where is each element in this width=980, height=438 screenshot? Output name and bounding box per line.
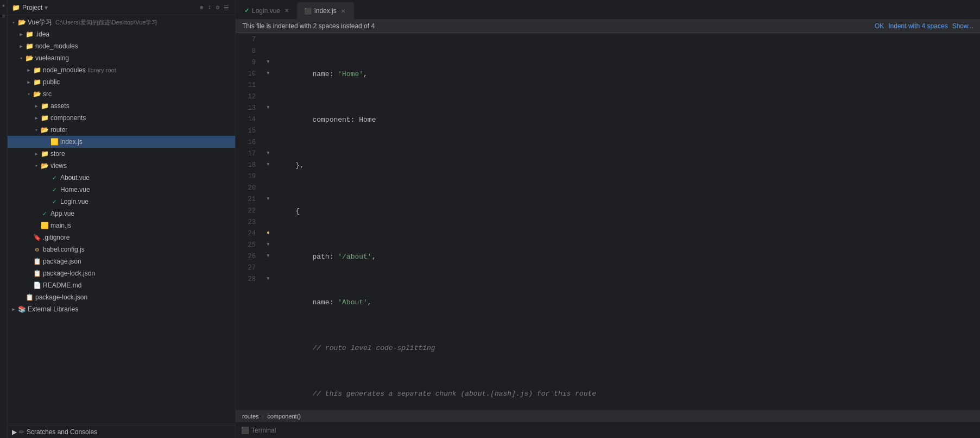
fold-arrow-10[interactable]: ▾: [265, 70, 271, 77]
spacer-babel-config: [25, 246, 33, 253]
project-actions: ⊕ ↕ ⚙ ☰: [198, 3, 231, 12]
tree-item-store[interactable]: ▶ 📁 store: [8, 148, 235, 160]
line-code-9: },: [279, 160, 980, 171]
md-icon-readme: 📄: [33, 281, 41, 290]
arrow-src: ▾: [25, 90, 33, 98]
favorites-icon[interactable]: ★: [1, 2, 7, 9]
project-action-sync[interactable]: ⊕: [198, 3, 205, 12]
notif-indent-action[interactable]: Indent with 4 spaces: [888, 22, 947, 30]
tree-item-package-lock2[interactable]: 📋 package-lock.json: [8, 291, 235, 303]
vue-icon-login: ✓: [50, 197, 59, 206]
code-line-11: path: '/about',: [279, 251, 980, 262]
project-action-settings[interactable]: ⚙: [214, 3, 221, 12]
tree-item-package-json[interactable]: 📋 package.json: [8, 255, 235, 267]
line-code-11: path: '/about',: [279, 251, 980, 262]
code-content[interactable]: name: 'Home', component: Home }, { path:…: [276, 33, 980, 410]
label-assets: assets: [50, 102, 69, 110]
tab-close-login-vue[interactable]: ✕: [283, 7, 290, 15]
spacer-gitignore: [25, 234, 33, 241]
fold-arrow-17[interactable]: ▾: [265, 150, 271, 157]
tab-icon-login-vue: ✓: [244, 7, 249, 14]
fold-gutter: ▾ ▾ ▾ ▾ ▾ ▾ ● ▾ ▾ ▾: [260, 33, 276, 410]
tree-item-package-lock[interactable]: 📋 package-lock.json: [8, 267, 235, 279]
spacer-main-js: [33, 222, 40, 229]
js-icon-main: 🟨: [40, 221, 49, 230]
js-icon-index: 🟨: [50, 137, 59, 146]
tab-index-js[interactable]: ⬛ index.js ✕: [297, 2, 354, 20]
label-readme: README.md: [43, 281, 81, 289]
folder-open-icon-vue-root: 📂: [17, 18, 26, 27]
line-code-10: {: [279, 205, 980, 217]
tree-item-ext-libs[interactable]: ▶ 📚 External Libraries: [8, 303, 235, 315]
spacer-index-js: [42, 138, 50, 146]
arrow-assets: ▶: [33, 102, 40, 110]
vue-icon-home: ✓: [50, 185, 59, 194]
fold-arrow-9[interactable]: ▾: [265, 59, 271, 65]
tree-item-gitignore[interactable]: 🔖 .gitignore: [8, 231, 235, 243]
terminal-tab[interactable]: ⬛ Terminal: [236, 422, 980, 438]
folder-open-icon-views: 📂: [40, 161, 49, 170]
fold-arrow-26[interactable]: ▾: [265, 253, 271, 259]
label-login-vue: Login.vue: [60, 198, 88, 205]
terminal-icon: ⬛: [241, 427, 249, 434]
label-home-vue: Home.vue: [60, 186, 90, 193]
arrow-vue-root: ▾: [10, 18, 17, 26]
tree-item-components[interactable]: ▶ 📁 components: [8, 112, 235, 124]
tree-item-idea[interactable]: ▶ 📁 .idea: [8, 28, 235, 40]
project-dropdown-icon[interactable]: ▾: [45, 4, 48, 11]
spacer-login-vue: [42, 198, 50, 205]
tab-close-index-js[interactable]: ✕: [339, 7, 347, 15]
folder-icon-public: 📁: [33, 78, 41, 86]
breadcrumb-component[interactable]: component(): [267, 413, 301, 420]
tree-item-src[interactable]: ▾ 📂 src: [8, 88, 235, 100]
spacer-package-json: [25, 258, 33, 265]
scratches-bar[interactable]: ▶ ✏ Scratches and Consoles: [8, 425, 236, 438]
tab-login-vue[interactable]: ✓ Login.vue ✕: [238, 2, 297, 20]
tabs-bar: ✓ Login.vue ✕ ⬛ index.js ✕: [236, 0, 980, 20]
code-editor[interactable]: 7 8 9 10 11 12 13 14 15 16 17 18 19 20 2…: [236, 33, 980, 410]
project-action-menu[interactable]: ☰: [222, 3, 231, 12]
spacer-package-lock: [25, 270, 33, 277]
fold-arrow-18[interactable]: ▾: [265, 161, 271, 168]
fold-arrow-21[interactable]: ▾: [265, 196, 271, 202]
tree-item-vue-root[interactable]: ▾ 📂 Vue学习 C:\Users\爱闻的踪迹\Desktop\Vue学习: [8, 16, 235, 28]
vue-root-path: C:\Users\爱闻的踪迹\Desktop\Vue学习: [55, 18, 157, 27]
fold-arrow-13[interactable]: ▾: [265, 104, 271, 111]
file-tree: ▾ 📂 Vue学习 C:\Users\爱闻的踪迹\Desktop\Vue学习 ▶…: [8, 15, 235, 438]
notification-text: This file is indented with 2 spaces inst…: [242, 22, 870, 30]
arrow-scratches: ▶: [12, 428, 17, 436]
scratches-icon: ✏: [19, 428, 24, 436]
tree-item-public[interactable]: ▶ 📁 public: [8, 76, 235, 88]
tree-item-index-js[interactable]: 🟨 index.js: [8, 136, 235, 148]
json-icon-package-lock2: 📋: [25, 293, 34, 302]
tree-item-views[interactable]: ▾ 📂 views: [8, 160, 235, 172]
tree-item-babel-config[interactable]: ⚙ babel.config.js: [8, 243, 235, 255]
fold-arrow-28[interactable]: ▾: [265, 276, 271, 282]
notif-show-action[interactable]: Show...: [952, 22, 973, 30]
tree-item-node-modules-lib[interactable]: ▶ 📁 node_modules library root: [8, 64, 235, 76]
tree-item-about-vue[interactable]: ✓ About.vue: [8, 172, 235, 184]
terminal-label: Terminal: [251, 427, 276, 434]
arrow-components: ▶: [33, 114, 40, 122]
tree-item-app-vue[interactable]: ✓ App.vue: [8, 208, 235, 220]
git-icon-gitignore: 🔖: [33, 233, 41, 242]
tree-item-vuelearning[interactable]: ▾ 📂 vuelearning: [8, 52, 235, 64]
tree-item-main-js[interactable]: 🟨 main.js: [8, 220, 235, 231]
spacer-app-vue: [33, 210, 40, 217]
notification-bar: This file is indented with 2 spaces inst…: [236, 20, 980, 33]
structure-icon[interactable]: ≡: [1, 13, 7, 20]
notif-ok-action[interactable]: OK: [875, 22, 884, 30]
tree-item-assets[interactable]: ▶ 📁 assets: [8, 100, 235, 112]
tree-item-router[interactable]: ▾ 📂 router: [8, 124, 235, 136]
code-line-10: {: [279, 205, 980, 217]
project-action-expand[interactable]: ↕: [206, 3, 213, 12]
tree-item-readme[interactable]: 📄 README.md: [8, 279, 235, 291]
fold-arrow-25[interactable]: ▾: [265, 241, 271, 248]
breadcrumb-routes[interactable]: routes: [242, 413, 259, 420]
label-main-js: main.js: [50, 222, 71, 229]
label-gitignore: .gitignore: [43, 234, 69, 241]
tree-item-node-modules-root[interactable]: ▶ 📁 node_modules: [8, 40, 235, 52]
tree-item-home-vue[interactable]: ✓ Home.vue: [8, 184, 235, 196]
tree-item-login-vue[interactable]: ✓ Login.vue: [8, 196, 235, 208]
json-icon-package: 📋: [33, 257, 41, 266]
